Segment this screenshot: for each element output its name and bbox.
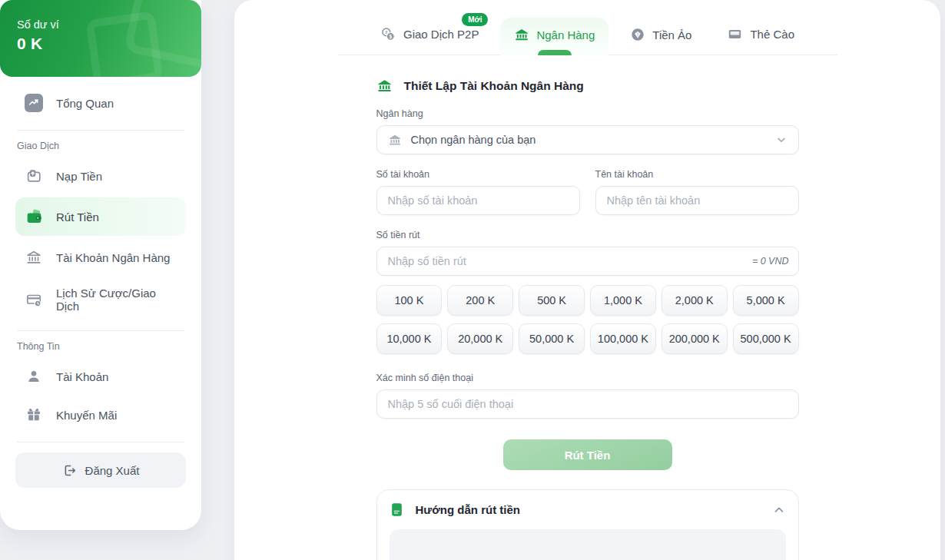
tab-p2p[interactable]: Mới ₫ $ Giao Dịch P2P bbox=[366, 17, 492, 55]
method-tabbar: Mới ₫ $ Giao Dịch P2P bbox=[234, 0, 940, 55]
bank-icon bbox=[376, 78, 393, 94]
svg-text:$: $ bbox=[389, 34, 392, 40]
quick-amount-button[interactable]: 500,000 K bbox=[733, 323, 799, 354]
sidebar: Số dư ví 0 K Tổng Quan Giao Dịch bbox=[0, 0, 201, 530]
bank-select[interactable]: Chọn ngân hàng của bạn bbox=[376, 125, 799, 154]
sidebar-item-label: Rút Tiền bbox=[56, 210, 99, 224]
sidebar-item-withdraw[interactable]: Rút Tiền bbox=[15, 197, 186, 236]
sidebar-divider bbox=[17, 442, 184, 442]
sidebar-divider bbox=[17, 130, 184, 131]
submit-row: Rút Tiền bbox=[376, 439, 799, 470]
guide-document-icon bbox=[390, 502, 404, 518]
deposit-icon bbox=[25, 167, 43, 185]
quick-amount-button[interactable]: 100,000 K bbox=[590, 323, 656, 354]
user-icon bbox=[25, 367, 43, 386]
tab-label: Ngân Hàng bbox=[536, 28, 595, 41]
account-fields-row: Số tài khoản Tên tài khoản bbox=[376, 154, 799, 215]
chevron-down-icon bbox=[775, 134, 788, 146]
amount-input[interactable] bbox=[376, 247, 799, 276]
gem-badge-icon bbox=[630, 27, 645, 42]
form-heading: Thiết Lập Tài Khoản Ngân Hàng bbox=[376, 78, 799, 94]
quick-amount-button[interactable]: 20,000 K bbox=[447, 323, 513, 354]
quick-amount-button[interactable]: 1,000 K bbox=[590, 285, 656, 316]
quick-amount-button[interactable]: 500 K bbox=[519, 285, 585, 316]
phone-verify-label: Xác minh số điện thoại bbox=[376, 373, 799, 383]
bank-select-value: Chọn ngân hàng của bạn bbox=[411, 134, 766, 146]
quick-amount-button[interactable]: 5,000 K bbox=[733, 285, 799, 316]
quick-amount-button[interactable]: 200 K bbox=[447, 285, 513, 316]
withdraw-form: Thiết Lập Tài Khoản Ngân Hàng Ngân hàng … bbox=[376, 78, 799, 560]
main-panel: Mới ₫ $ Giao Dịch P2P bbox=[234, 0, 940, 560]
amount-vnd-suffix: = 0 VND bbox=[752, 256, 789, 267]
tab-crypto[interactable]: Tiền Ảo bbox=[616, 18, 705, 55]
tab-bank[interactable]: Ngân Hàng bbox=[500, 18, 608, 55]
bank-icon bbox=[388, 133, 402, 147]
sidebar-item-label: Tài Khoản bbox=[56, 370, 108, 383]
wallet-balance-card: Số dư ví 0 K bbox=[0, 0, 201, 77]
logout-label: Đăng Xuất bbox=[85, 464, 140, 477]
guide-title: Hướng dẫn rút tiền bbox=[416, 503, 761, 516]
guide-accordion-header[interactable]: Hướng dẫn rút tiền bbox=[390, 502, 786, 518]
gift-icon bbox=[25, 406, 43, 424]
sidebar-item-label: Lịch Sử Cược/Giao Dịch bbox=[56, 287, 177, 313]
logout-button[interactable]: Đăng Xuất bbox=[15, 452, 186, 488]
bank-field-label: Ngân hàng bbox=[376, 108, 799, 119]
sidebar-nav: Tổng Quan Giao Dịch Nạp Tiền bbox=[0, 77, 201, 488]
phone-verify-input[interactable] bbox=[376, 389, 799, 419]
tab-label: Tiền Ảo bbox=[652, 28, 691, 41]
quick-amount-button[interactable]: 200,000 K bbox=[662, 323, 728, 354]
sidebar-item-label: Khuyến Mãi bbox=[56, 409, 117, 422]
quick-amount-button[interactable]: 50,000 K bbox=[519, 323, 585, 354]
wallet-icon bbox=[25, 207, 43, 226]
sidebar-item-label: Tài Khoản Ngân Hàng bbox=[56, 251, 170, 264]
sidebar-item-overview[interactable]: Tổng Quan bbox=[15, 86, 186, 120]
quick-amount-button[interactable]: 2,000 K bbox=[662, 285, 728, 316]
account-name-label: Tên tài khoản bbox=[595, 169, 799, 180]
sidebar-section-info: Thông Tin bbox=[17, 341, 184, 352]
sidebar-item-history[interactable]: Lịch Sử Cược/Giao Dịch bbox=[15, 279, 186, 320]
amount-field: = 0 VND bbox=[376, 247, 799, 276]
sidebar-section-transactions: Giao Dịch bbox=[17, 141, 184, 151]
form-heading-text: Thiết Lập Tài Khoản Ngân Hàng bbox=[404, 79, 584, 93]
wallet-balance-label: Số dư ví bbox=[17, 18, 201, 31]
bank-icon bbox=[25, 248, 43, 267]
quick-amount-button[interactable]: 10,000 K bbox=[376, 323, 443, 354]
account-number-field-group: Số tài khoản bbox=[376, 154, 580, 215]
sidebar-item-deposit[interactable]: Nạp Tiền bbox=[15, 159, 186, 193]
tab-label: Thẻ Cào bbox=[750, 28, 794, 41]
active-tab-indicator bbox=[538, 50, 572, 55]
sidebar-item-label: Nạp Tiền bbox=[56, 170, 102, 183]
wallet-balance-value: 0 K bbox=[17, 35, 201, 53]
card-history-icon bbox=[25, 290, 43, 309]
account-name-field-group: Tên tài khoản bbox=[595, 154, 799, 215]
guide-body-panel bbox=[390, 529, 786, 560]
bank-icon bbox=[514, 27, 529, 42]
quick-amount-grid: 100 K 200 K 500 K 1,000 K 2,000 K 5,000 … bbox=[376, 285, 799, 354]
coins-exchange-icon: ₫ $ bbox=[380, 26, 396, 42]
tab-label: Giao Dịch P2P bbox=[403, 28, 479, 41]
sidebar-divider bbox=[17, 330, 184, 331]
tab-scratch-card[interactable]: Thẻ Cào bbox=[713, 17, 808, 55]
quick-amount-button[interactable]: 100 K bbox=[376, 285, 443, 316]
account-number-label: Số tài khoản bbox=[376, 169, 580, 180]
amount-label: Số tiền rút bbox=[376, 230, 799, 240]
account-name-input[interactable] bbox=[595, 186, 799, 215]
new-badge: Mới bbox=[462, 13, 488, 26]
sidebar-item-account[interactable]: Tài Khoản bbox=[15, 360, 186, 393]
card-icon bbox=[727, 26, 743, 42]
withdraw-submit-button[interactable]: Rút Tiền bbox=[503, 439, 672, 470]
sidebar-item-promotions[interactable]: Khuyến Mãi bbox=[15, 398, 186, 432]
chevron-up-icon[interactable] bbox=[772, 503, 786, 517]
account-number-input[interactable] bbox=[376, 186, 580, 215]
trending-up-icon bbox=[25, 94, 43, 112]
logout-icon bbox=[62, 463, 77, 478]
sidebar-item-label: Tổng Quan bbox=[56, 97, 114, 110]
withdraw-guide-card: Hướng dẫn rút tiền bbox=[376, 489, 799, 560]
sidebar-item-bank-accounts[interactable]: Tài Khoản Ngân Hàng bbox=[15, 240, 186, 274]
